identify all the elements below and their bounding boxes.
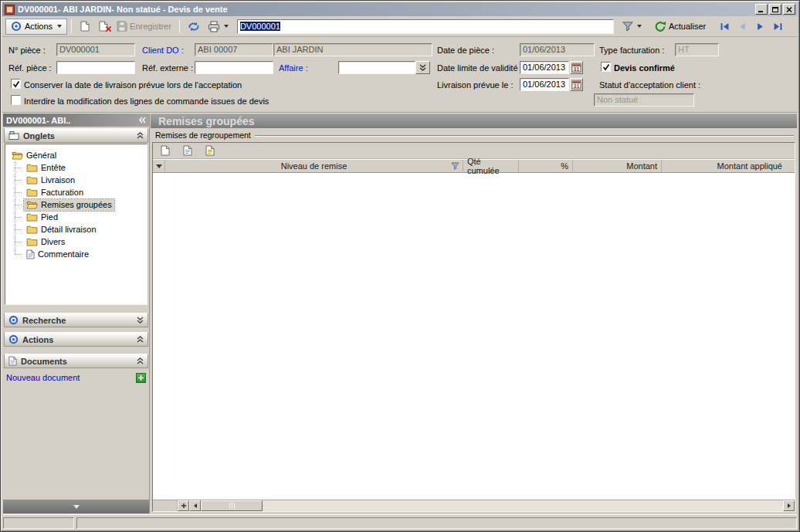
client-code-field[interactable]: ABI 00007 — [195, 43, 273, 56]
row-marker-column[interactable] — [153, 160, 165, 172]
statut-acceptation-field[interactable]: Non statué — [594, 93, 694, 107]
ref-piece-field[interactable] — [56, 61, 135, 74]
new-document-link[interactable]: Nouveau document — [6, 373, 80, 382]
print-button[interactable] — [204, 19, 232, 35]
affaire-dropdown-button[interactable] — [415, 61, 430, 74]
filter-funnel-icon — [622, 21, 633, 32]
column-header-montant[interactable]: Montant — [573, 160, 662, 172]
column-header-niveau-de-remise[interactable]: Niveau de remise — [165, 160, 463, 172]
section-actions[interactable]: Actions — [4, 332, 148, 347]
delete-document-button[interactable] — [94, 19, 113, 35]
grid-body-empty[interactable] — [153, 173, 795, 500]
folder-icon — [26, 163, 38, 172]
sync-button[interactable] — [184, 19, 204, 35]
nav-next-icon — [755, 22, 765, 31]
column-header-pourcentage[interactable]: % — [519, 160, 573, 172]
livraison-calendar-button[interactable]: 31 — [570, 78, 583, 91]
date-piece-field[interactable]: 01/06/2013 — [520, 43, 595, 56]
interdire-label: Interdire la modification des lignes de … — [24, 96, 269, 107]
app-icon — [5, 5, 15, 15]
close-button[interactable] — [783, 4, 795, 15]
double-chevron-up-icon[interactable] — [137, 132, 144, 139]
navigation-tree: Général Entête Livraison Facturation Rem… — [5, 144, 147, 305]
close-icon — [785, 6, 793, 13]
grid-new-row-button[interactable] — [157, 144, 174, 158]
actions-menu-button[interactable]: Actions — [5, 19, 67, 35]
tree-item-label: Remises groupées — [41, 200, 112, 209]
tree-item-divers[interactable]: Divers — [5, 236, 147, 248]
save-button[interactable]: Enregistrer — [113, 19, 175, 35]
add-row-button[interactable] — [178, 500, 189, 511]
tree-item-general[interactable]: Général — [5, 149, 147, 161]
document-number-input[interactable]: DV000001 — [237, 19, 614, 34]
livraison-field[interactable]: 01/06/2013 — [520, 78, 569, 91]
tree-item-pied[interactable]: Pied — [5, 211, 147, 223]
double-chevron-down-icon[interactable] — [137, 317, 144, 324]
scroll-right-button[interactable] — [783, 500, 795, 511]
triangle-right-icon — [788, 503, 791, 508]
tree-item-entete[interactable]: Entête — [5, 161, 147, 174]
nav-next-button[interactable] — [751, 19, 769, 34]
conserver-checkbox[interactable] — [11, 79, 21, 89]
status-cell-main — [76, 517, 797, 529]
minimize-button[interactable] — [755, 4, 768, 15]
nav-first-button[interactable] — [716, 19, 734, 34]
target-icon — [8, 334, 19, 344]
affaire-field[interactable] — [338, 61, 415, 74]
devis-confirme-label: Devis confirmé — [614, 63, 675, 73]
scroll-left-button[interactable] — [189, 500, 201, 511]
titlebar[interactable]: DV000001- ABI JARDIN- Non statué - Devis… — [2, 2, 798, 16]
scrollbar-thumb[interactable] — [201, 500, 263, 511]
filter-funnel-icon[interactable] — [451, 162, 459, 170]
calendar-day: 31 — [571, 66, 582, 73]
date-limite-label: Date limite de validité : — [437, 63, 523, 73]
interdire-checkbox[interactable] — [11, 95, 21, 105]
sidebar-header[interactable]: DV000001- ABI.. — [3, 114, 149, 127]
client-do-label[interactable]: Client DO : — [142, 45, 184, 56]
conserver-label: Conserver la date de livraison prévue lo… — [24, 80, 242, 90]
double-chevron-up-icon[interactable] — [137, 336, 144, 343]
tree-item-commentaire[interactable]: Commentaire — [5, 248, 147, 260]
devis-confirme-checkbox[interactable] — [601, 62, 611, 72]
num-piece-field[interactable]: DV000001 — [56, 43, 135, 56]
filter-button[interactable] — [619, 19, 646, 35]
section-documents[interactable]: Documents — [4, 354, 148, 368]
tree-item-livraison[interactable]: Livraison — [5, 174, 147, 186]
collapse-left-icon[interactable] — [139, 117, 146, 124]
tree-item-remises-groupees[interactable]: Remises groupées — [5, 198, 147, 211]
folder-icon — [26, 212, 38, 222]
nav-last-button[interactable] — [769, 19, 787, 34]
date-limite-calendar-button[interactable]: 31 — [570, 61, 583, 74]
ref-externe-field[interactable] — [195, 61, 273, 74]
column-header-montant-applique[interactable]: Montant appliqué — [662, 160, 795, 172]
double-chevron-down-icon — [419, 64, 426, 71]
nav-previous-button[interactable] — [734, 19, 751, 34]
scrollbar-track[interactable] — [263, 500, 783, 511]
date-limite-field[interactable]: 01/06/2013 — [520, 61, 569, 74]
client-name-field[interactable]: ABI JARDIN — [273, 43, 432, 56]
delete-x-icon — [105, 25, 112, 32]
tree-item-label: Pied — [41, 212, 58, 222]
double-chevron-up-icon[interactable] — [137, 357, 144, 364]
column-header-qte-cumulee[interactable]: Qté cumulée — [463, 160, 519, 172]
tree-item-label: Détail livraison — [41, 225, 97, 234]
section-recherche[interactable]: Recherche — [4, 313, 148, 327]
add-document-button[interactable] — [136, 373, 146, 383]
section-onglets[interactable]: Onglets — [4, 128, 148, 143]
grid-edit-row-button[interactable] — [179, 144, 196, 158]
grid-detail-button[interactable] — [202, 144, 219, 158]
column-label: Niveau de remise — [281, 161, 347, 171]
status-cell-left — [3, 517, 74, 529]
new-document-button[interactable] — [76, 19, 94, 35]
refresh-button[interactable]: Actualiser — [650, 19, 710, 35]
type-facturation-field[interactable]: HT — [675, 43, 719, 56]
affaire-label[interactable]: Affaire : — [279, 63, 308, 73]
tree-item-facturation[interactable]: Facturation — [5, 186, 147, 198]
sidebar-expand-bar[interactable] — [3, 500, 149, 513]
maximize-button[interactable] — [769, 4, 781, 15]
tree-item-detail-livraison[interactable]: Détail livraison — [5, 223, 147, 236]
chevron-down-icon — [637, 25, 642, 28]
minimize-icon — [758, 6, 765, 13]
chevron-down-icon — [73, 505, 80, 509]
document-header-form: N° pièce : DV000001 Client DO : ABI 0000… — [2, 38, 798, 112]
